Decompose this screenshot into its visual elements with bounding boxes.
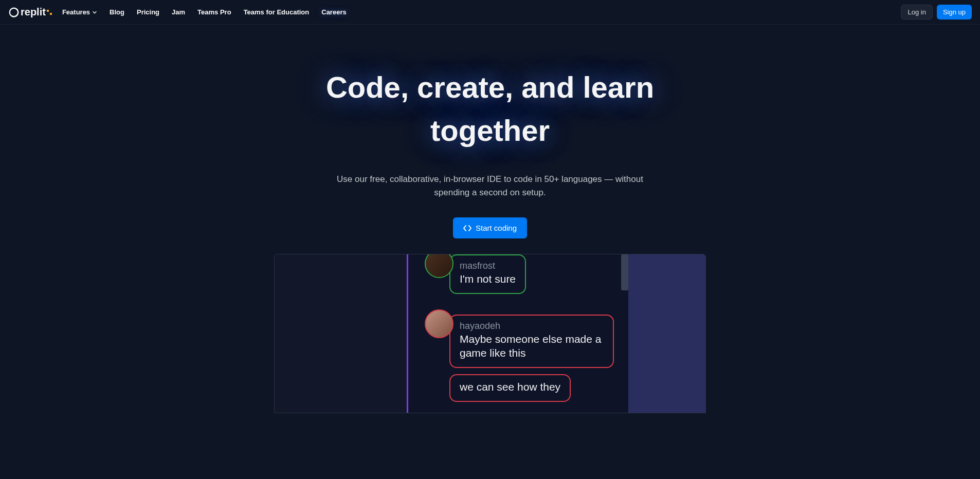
header: replit Features Blog Pricing Jam Teams P… xyxy=(0,0,980,25)
hero-section: Code, create, and learn together Use our… xyxy=(0,25,980,413)
preview-right-panel xyxy=(628,254,705,413)
main-nav: Features Blog Pricing Jam Teams Pro Team… xyxy=(62,8,901,16)
chat-message: masfrost I'm not sure xyxy=(449,254,526,294)
preview-window: masfrost I'm not sure hayaodeh Maybe som… xyxy=(274,254,706,413)
avatar xyxy=(425,254,453,278)
preview-chat: masfrost I'm not sure hayaodeh Maybe som… xyxy=(408,254,628,413)
chat-text: I'm not sure xyxy=(460,272,516,286)
nav-jam[interactable]: Jam xyxy=(172,8,185,16)
nav-label: Blog xyxy=(110,8,124,16)
chevron-down-icon xyxy=(92,10,97,15)
nav-features[interactable]: Features xyxy=(62,8,97,16)
preview-sidebar xyxy=(275,254,408,413)
nav-blog[interactable]: Blog xyxy=(110,8,124,16)
header-actions: Log in Sign up xyxy=(901,5,972,20)
scrollbar[interactable] xyxy=(621,254,628,290)
chat-message: we can see how they xyxy=(449,374,571,402)
nav-label: Teams for Education xyxy=(244,8,310,16)
logo[interactable]: replit xyxy=(8,6,52,18)
start-coding-label: Start coding xyxy=(476,224,517,232)
chat-text: Maybe someone else made a game like this xyxy=(460,333,604,360)
login-button[interactable]: Log in xyxy=(901,5,932,20)
nav-label: Pricing xyxy=(137,8,159,16)
nav-features-label: Features xyxy=(62,8,90,16)
chat-username: hayaodeh xyxy=(460,321,604,331)
code-icon xyxy=(463,224,471,232)
hero-subtitle: Use our free, collaborative, in-browser … xyxy=(336,173,644,199)
nav-pricing[interactable]: Pricing xyxy=(137,8,159,16)
chat-username: masfrost xyxy=(460,261,516,271)
hero-title: Code, create, and learn together xyxy=(310,66,670,152)
nav-label: Jam xyxy=(172,8,185,16)
start-coding-button[interactable]: Start coding xyxy=(453,217,527,238)
chat-text: we can see how they xyxy=(460,380,560,394)
logo-text: replit xyxy=(21,6,46,18)
logo-dots-icon xyxy=(47,10,52,15)
nav-teams-education[interactable]: Teams for Education xyxy=(244,8,310,16)
avatar xyxy=(425,309,453,338)
nav-teams-pro[interactable]: Teams Pro xyxy=(197,8,231,16)
replit-logo-icon xyxy=(8,7,20,18)
nav-label: Teams Pro xyxy=(197,8,231,16)
nav-label: Careers xyxy=(321,8,346,16)
nav-careers[interactable]: Careers xyxy=(321,8,346,16)
chat-message: hayaodeh Maybe someone else made a game … xyxy=(449,315,614,368)
signup-button[interactable]: Sign up xyxy=(937,5,972,20)
